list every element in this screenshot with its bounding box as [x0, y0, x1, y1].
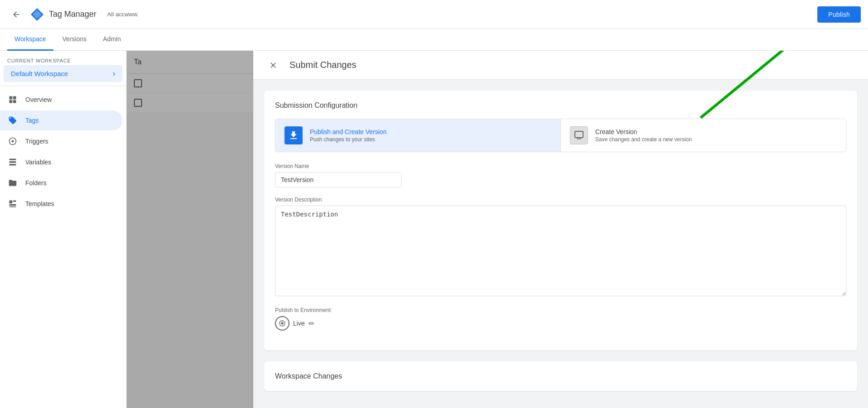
svg-rect-9 [9, 204, 16, 206]
sidebar-item-triggers[interactable]: Triggers [0, 131, 123, 151]
sidebar-item-variables[interactable]: Variables [0, 152, 123, 172]
environment-name: Live [293, 320, 305, 327]
modal-title: Submit Changes [289, 60, 356, 70]
sidebar-item-overview[interactable]: Overview [0, 90, 123, 110]
app-title: Tag Manager [49, 10, 96, 19]
tab-admin[interactable]: Admin [95, 29, 128, 51]
submit-changes-modal: Submit Changes Submission Configuration [253, 51, 868, 408]
version-name-group: Version Name [275, 163, 846, 187]
modal-close-button[interactable] [264, 56, 282, 74]
nav-tabs: Workspace Versions Admin [0, 29, 868, 51]
svg-rect-7 [9, 201, 13, 204]
sidebar-item-folders[interactable]: Folders [0, 173, 123, 193]
sidebar: CURRENT WORKSPACE Default Workspace › Ov… [0, 51, 127, 408]
content-area: Ta Submit Changes [127, 51, 868, 408]
version-description-group: Version Description TestDescription [275, 197, 846, 298]
svg-point-13 [281, 322, 283, 324]
submission-config-title: Submission Configuration [275, 101, 846, 110]
app-logo [29, 6, 45, 23]
sidebar-item-tags[interactable]: Tags [0, 110, 123, 130]
submission-config-card: Submission Configuration Publish and [264, 91, 857, 350]
modal-header: Submit Changes [253, 51, 868, 80]
svg-rect-10 [9, 206, 16, 207]
variable-icon [7, 157, 18, 168]
version-name-label: Version Name [275, 163, 846, 169]
submission-options: Publish and Create Version Push changes … [275, 119, 846, 152]
live-env-icon [275, 316, 289, 331]
tab-workspace[interactable]: Workspace [7, 29, 53, 51]
svg-rect-5 [9, 161, 16, 163]
publish-env-label: Publish to Environment [275, 307, 846, 313]
sidebar-item-label-overview: Overview [25, 96, 52, 103]
tab-versions[interactable]: Versions [55, 29, 94, 51]
workspace-changes-title: Workspace Changes [275, 372, 846, 380]
publish-create-title: Publish and Create Version [310, 128, 387, 135]
create-version-subtitle: Save changes and create a new version [595, 136, 692, 143]
svg-point-3 [12, 140, 14, 143]
version-description-textarea[interactable]: TestDescription [275, 206, 846, 296]
publish-button[interactable]: Publish [817, 6, 861, 23]
publish-icon [285, 126, 303, 144]
create-version-option[interactable]: Create Version Save changes and create a… [561, 119, 846, 152]
folder-icon [7, 178, 18, 188]
publish-create-text: Publish and Create Version Push changes … [310, 128, 387, 143]
back-button[interactable] [7, 5, 25, 24]
create-version-icon [570, 126, 588, 144]
svg-rect-11 [575, 131, 583, 138]
top-header: Tag Manager All accwww. Publish [0, 0, 868, 29]
sidebar-item-label-tags: Tags [25, 117, 39, 124]
svg-rect-6 [9, 164, 16, 165]
svg-rect-4 [9, 159, 16, 160]
sidebar-divider [0, 86, 126, 86]
svg-rect-12 [577, 138, 581, 139]
publish-create-subtitle: Push changes to your sites [310, 136, 387, 143]
chevron-right-icon: › [113, 69, 115, 78]
modal-body: Submission Configuration Publish and [253, 80, 868, 408]
version-description-label: Version Description [275, 197, 846, 203]
sidebar-item-templates[interactable]: Templates [0, 194, 123, 214]
publish-env-group: Publish to Environment Live ✏ [275, 307, 846, 331]
trigger-icon [7, 136, 18, 147]
tag-icon [7, 115, 18, 126]
edit-env-icon[interactable]: ✏ [308, 319, 314, 328]
account-info: All accwww. [107, 11, 138, 18]
create-version-title: Create Version [595, 128, 692, 135]
grid-icon [7, 94, 18, 105]
workspace-selector[interactable]: Default Workspace › [4, 65, 123, 82]
sidebar-item-label-triggers: Triggers [25, 138, 48, 145]
workspace-changes-card: Workspace Changes [264, 361, 857, 391]
create-version-text: Create Version Save changes and create a… [595, 128, 692, 143]
sidebar-item-label-variables: Variables [25, 158, 51, 166]
publish-create-option[interactable]: Publish and Create Version Push changes … [275, 119, 561, 152]
template-icon [7, 198, 18, 209]
svg-rect-8 [13, 201, 16, 202]
sidebar-item-label-folders: Folders [25, 179, 47, 187]
environment-item: Live ✏ [275, 316, 846, 331]
sidebar-item-label-templates: Templates [25, 200, 54, 207]
main-layout: CURRENT WORKSPACE Default Workspace › Ov… [0, 51, 868, 408]
version-name-input[interactable] [275, 172, 402, 187]
current-workspace-label: CURRENT WORKSPACE [0, 54, 126, 65]
workspace-name: Default Workspace [11, 70, 68, 77]
